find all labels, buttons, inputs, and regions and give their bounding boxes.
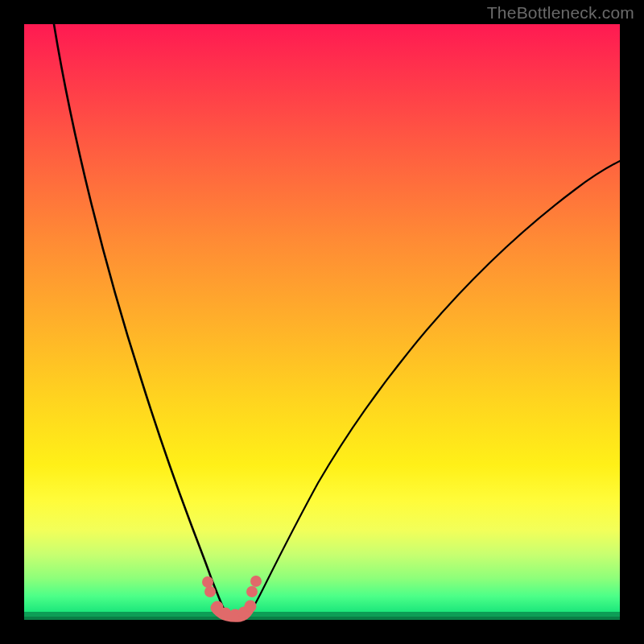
curve-left-branch xyxy=(54,24,229,617)
watermark-text: TheBottleneck.com xyxy=(487,3,634,23)
bottom-strip-2 xyxy=(24,617,620,620)
bottom-strip-1 xyxy=(24,612,620,617)
chart-svg xyxy=(24,24,620,620)
marker-dot xyxy=(245,601,257,613)
marker-dot xyxy=(246,586,258,597)
chart-frame: TheBottleneck.com xyxy=(0,0,644,644)
chart-plot-area xyxy=(24,24,620,620)
marker-dot xyxy=(204,586,216,597)
marker-dot xyxy=(202,576,213,588)
curve-right-branch xyxy=(248,161,620,617)
marker-dot xyxy=(250,576,262,587)
